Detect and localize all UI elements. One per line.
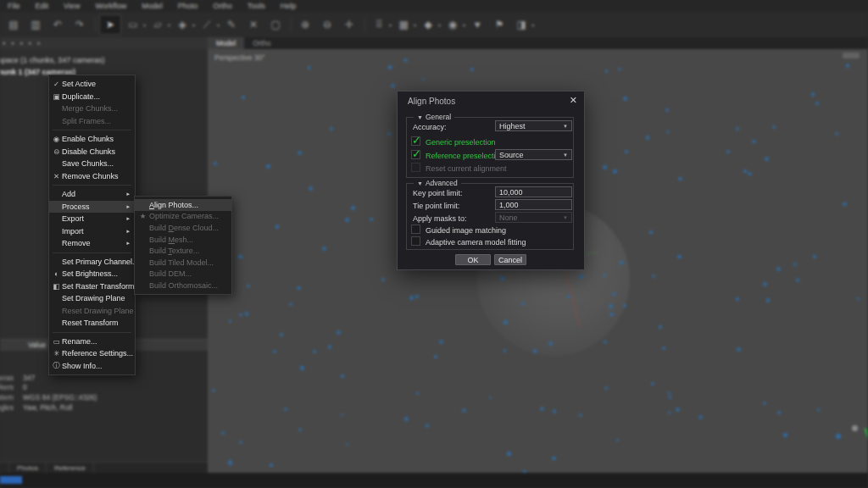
crop-icon[interactable]: ▢ (265, 15, 286, 34)
menubar-item-edit[interactable]: Edit (28, 2, 57, 10)
rotate-region-icon[interactable]: ◈ (172, 15, 192, 34)
move-region-icon[interactable]: ▱ (147, 15, 168, 34)
chevron-down-icon[interactable]: ▾ (143, 22, 146, 28)
chevron-down-icon[interactable]: ▾ (389, 22, 392, 28)
advanced-group-legend[interactable]: ▼Advanced (414, 179, 461, 187)
flag-icon[interactable]: ⚑ (489, 15, 509, 34)
reset-alignment-checkbox[interactable] (411, 163, 420, 172)
submenu-arrow-icon: ▸ (126, 215, 133, 222)
tie-point-limit-value: 1,000 (499, 201, 519, 209)
chevron-down-icon[interactable]: ▾ (414, 22, 416, 28)
workspace-root-item[interactable]: Workspace (1 chunks, 347 cameras) (0, 54, 208, 66)
chevron-down-icon[interactable]: ▾ (438, 22, 441, 28)
menu-item-set-primary-channel[interactable]: Set Primary Channel... (49, 256, 135, 269)
workspace-toolbar-icon[interactable]: ▪ (19, 39, 22, 47)
accuracy-dropdown[interactable]: Highest ▼ (495, 120, 572, 131)
favorites-icon[interactable]: ♥ (467, 15, 487, 34)
menubar-item-file[interactable]: File (0, 2, 28, 10)
chevron-down-icon[interactable]: ▾ (192, 22, 195, 28)
menubar-item-help[interactable]: Help (273, 2, 304, 10)
image-icon[interactable]: ◨ (511, 15, 531, 34)
workspace-toolbar-icon[interactable]: ▪ (11, 39, 14, 47)
menu-item-reset-drawing-plane[interactable]: Reset Drawing Plane (49, 305, 135, 318)
menu-item-merge-chunks[interactable]: Merge Chunks... (49, 103, 135, 115)
rect-select-icon[interactable]: ▭ (123, 15, 143, 34)
measure-icon[interactable]: ⟋ (197, 15, 217, 34)
menu-item-enable-chunks[interactable]: ◉Enable Chunks (49, 133, 135, 146)
key-point-limit-input[interactable]: 10,000 (495, 186, 572, 197)
camera-icon[interactable]: ◉ (442, 15, 463, 34)
close-icon[interactable]: ✕ (570, 95, 577, 106)
menu-item-save-chunks[interactable]: Save Chunks... (49, 158, 135, 170)
delete-icon[interactable]: ✕ (243, 15, 264, 34)
menu-item-reset-transform[interactable]: Reset Transform (49, 317, 135, 330)
menu-item-optimize-cameras[interactable]: ★Optimize Cameras... (135, 211, 231, 223)
zoom-out-icon[interactable]: ⊖ (317, 15, 337, 34)
cancel-button[interactable]: Cancel (494, 254, 526, 265)
menubar-item-ortho[interactable]: Ortho (205, 2, 240, 10)
menu-item-build-dem[interactable]: Build DEM... (135, 269, 231, 280)
reference-preselection-dropdown[interactable]: Source ▼ (495, 149, 572, 160)
adaptive-fitting-checkbox[interactable] (411, 236, 420, 246)
menubar-item-tools[interactable]: Tools (240, 2, 273, 10)
menubar-item-workflow[interactable]: Workflow (87, 2, 134, 10)
generic-preselection-checkbox[interactable] (411, 136, 420, 146)
zoom-in-icon[interactable]: ⊕ (295, 15, 315, 34)
menu-item-add[interactable]: Add▸ (49, 188, 135, 201)
view-tab-ortho[interactable]: Ortho (244, 37, 279, 49)
redo-icon[interactable]: ↷ (70, 15, 90, 34)
tie-point-dot (337, 330, 341, 335)
menubar-item-view[interactable]: View (56, 2, 87, 10)
menu-item-disable-chunks[interactable]: ⊖Disable Chunks (49, 146, 135, 158)
select-arrow-icon[interactable]: ➤ (99, 14, 121, 35)
menu-item-label: Build Texture... (149, 247, 199, 255)
open-icon[interactable]: ▤ (3, 15, 24, 34)
save-icon[interactable]: ▥ (25, 15, 46, 34)
bottom-tab-bar: PhotosReference (0, 462, 208, 474)
menu-item-set-raster-transform[interactable]: ◧Set Raster Transform... (49, 280, 135, 293)
menu-item-duplicate[interactable]: ▣Duplicate... (49, 91, 135, 103)
workspace-toolbar-icon[interactable]: ▪ (29, 39, 31, 47)
reference-preselection-checkbox[interactable] (411, 150, 420, 159)
menu-item-process[interactable]: Process▸ (49, 201, 135, 214)
workspace-toolbar-icon[interactable]: ▪ (37, 39, 40, 47)
chevron-down-icon[interactable]: ▾ (463, 22, 465, 28)
menu-item-reference-settings[interactable]: ✳Reference Settings... (49, 347, 135, 360)
menubar-item-photo[interactable]: Photo (170, 2, 206, 10)
menu-item-export[interactable]: Export▸ (49, 213, 135, 225)
menu-item-split-frames[interactable]: Split Frames... (49, 115, 135, 128)
view-tab-model[interactable]: Model (208, 37, 244, 49)
dense-cloud-icon[interactable]: ▦ (393, 15, 414, 34)
mesh-icon[interactable]: ◆ (418, 15, 438, 34)
undo-icon[interactable]: ↶ (47, 15, 68, 34)
key-point-limit-value: 10,000 (499, 188, 523, 197)
apply-masks-dropdown[interactable]: None ▼ (495, 212, 572, 223)
menu-item-remove[interactable]: Remove▸ (49, 237, 135, 250)
menu-item-rename[interactable]: ▭Rename... (49, 336, 135, 348)
draw-icon[interactable]: ✎ (221, 15, 242, 34)
menu-item-set-brightness[interactable]: ◐Set Brightness... (49, 268, 135, 280)
status-bar (0, 473, 868, 488)
general-group-legend[interactable]: ▼General (414, 113, 454, 121)
menu-item-align-photos[interactable]: Align Photos... (135, 199, 231, 211)
menu-item-build-tiled-model[interactable]: Build Tiled Model... (135, 257, 231, 269)
fit-view-icon[interactable]: ✛ (339, 15, 359, 34)
chevron-down-icon[interactable]: ▾ (168, 22, 170, 28)
menu-item-show-info[interactable]: ⓘShow Info... (49, 360, 135, 373)
menu-item-set-active[interactable]: ✓Set Active (49, 78, 135, 91)
chevron-down-icon[interactable]: ▾ (531, 22, 534, 28)
menu-item-build-mesh[interactable]: Build Mesh... (135, 234, 231, 246)
menu-item-build-dense-cloud[interactable]: Build Dense Cloud... (135, 222, 231, 234)
tie-point-limit-input[interactable]: 1,000 (495, 199, 572, 210)
menu-item-import[interactable]: Import▸ (49, 225, 135, 238)
point-cloud-icon[interactable]: ⠿ (369, 15, 389, 34)
workspace-toolbar-icon[interactable]: ▪ (3, 39, 5, 47)
menubar-item-model[interactable]: Model (134, 2, 170, 10)
menu-item-build-texture[interactable]: Build Texture... (135, 245, 231, 257)
menu-item-set-drawing-plane[interactable]: Set Drawing Plane (49, 292, 135, 305)
guided-matching-checkbox[interactable] (411, 225, 420, 234)
chevron-down-icon[interactable]: ▾ (217, 22, 220, 28)
menu-item-build-orthomosaic[interactable]: Build Orthomosaic... (135, 280, 231, 291)
menu-item-remove-chunks[interactable]: ✕Remove Chunks (49, 170, 135, 183)
ok-button[interactable]: OK (455, 254, 491, 265)
